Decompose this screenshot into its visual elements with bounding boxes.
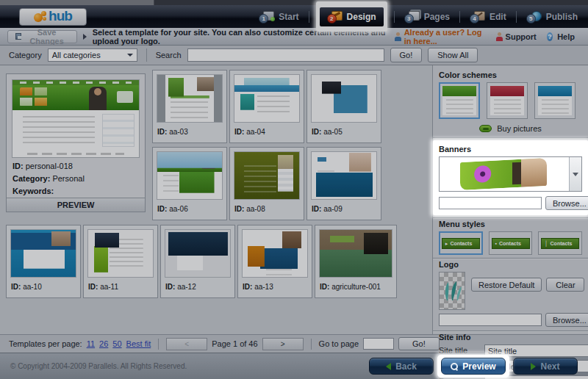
template-card[interactable]: ID: aa-12 <box>160 225 235 298</box>
next-button[interactable]: Next <box>513 358 578 375</box>
template-card[interactable]: ID: aa-04 <box>229 70 304 143</box>
template-card[interactable]: ID: aa-13 <box>237 225 312 298</box>
design-step-spotlight: 2 Design <box>316 1 387 32</box>
show-all-button[interactable]: Show All <box>428 48 478 62</box>
nav-step-start[interactable]: 1 Start <box>256 10 301 24</box>
template-card[interactable]: ID: agriculture-001 <box>315 225 397 298</box>
logo-browse-button[interactable]: Browse... <box>545 313 588 327</box>
category-label: Category <box>9 51 42 59</box>
template-id-line: ID: aa-05 <box>307 126 381 136</box>
template-card[interactable]: ID: aa-06 <box>152 147 227 220</box>
help-link[interactable]: Help <box>557 32 575 41</box>
menu-style-square[interactable]: ▪Contacts <box>489 231 533 255</box>
template-id-line: ID: aa-12 <box>161 281 234 291</box>
logo-preview <box>439 272 465 310</box>
action-toolbar: Save Changes Select a template for your … <box>0 28 588 46</box>
prev-page-button[interactable]: < <box>166 338 207 350</box>
buy-pictures-link[interactable]: Buy pictures <box>439 124 582 133</box>
preview-button[interactable]: Preview <box>441 358 506 375</box>
browser-tab-remnant <box>0 0 154 5</box>
top-bar: hub 1 Start 2 Design 3 Pages 4 Edit <box>0 5 588 28</box>
template-thumbnail <box>234 151 300 200</box>
logo-title: Logo <box>439 260 582 269</box>
template-thumbnail <box>242 229 308 278</box>
template-card[interactable]: ID: aa-05 <box>306 70 381 143</box>
arrow-icon <box>83 34 87 40</box>
nav-step-publish[interactable]: 5 Publish <box>523 10 581 24</box>
login-link[interactable]: Already a user? Log in here... <box>404 28 484 46</box>
goto-go-button[interactable]: Go! <box>398 337 440 350</box>
logo-file-input[interactable] <box>439 314 542 326</box>
back-button[interactable]: Back <box>369 358 434 375</box>
filter-bar: Category All categories Search Go! Show … <box>0 46 588 65</box>
customization-sidebar: Color schemes Buy pictures Banners Brows… <box>432 65 588 334</box>
search-input[interactable] <box>187 48 384 62</box>
per-page-50-link[interactable]: 50 <box>112 339 121 348</box>
menu-style-list: ▸Contacts ▪Contacts │Contacts <box>439 231 582 255</box>
template-card-selected[interactable]: ID: personal-018 Category: Personal Keyw… <box>6 73 146 212</box>
template-card[interactable]: ID: aa-09 <box>306 147 381 220</box>
template-thumbnail <box>311 74 377 123</box>
nav-step-edit[interactable]: 4 Edit <box>467 10 509 24</box>
search-go-button[interactable]: Go! <box>390 48 423 62</box>
per-page-26-link[interactable]: 26 <box>99 339 108 348</box>
template-id-line: ID: aa-10 <box>7 281 80 291</box>
per-page-11-link[interactable]: 11 <box>87 339 95 348</box>
banner-dropdown-button[interactable] <box>569 157 581 191</box>
chevron-down-icon <box>573 173 578 176</box>
per-page-label: Templates per page: <box>9 339 82 348</box>
copyright-text: © Copyright 2004-2009 Parallels. All Rig… <box>10 362 187 370</box>
banner-browse-button[interactable]: Browse... <box>545 196 588 210</box>
template-id-line: ID: aa-13 <box>238 281 312 291</box>
goto-page-input[interactable] <box>363 338 394 350</box>
edit-icon: 4 <box>470 11 485 23</box>
template-thumbnail <box>234 74 300 123</box>
next-arrow-icon <box>531 363 536 370</box>
banner-select[interactable] <box>439 156 582 192</box>
support-icon <box>495 32 501 41</box>
template-id-line: ID: aa-11 <box>84 281 157 291</box>
color-scheme-blue[interactable] <box>534 82 576 119</box>
template-card[interactable]: ID: aa-03 <box>152 70 227 143</box>
search-label: Search <box>156 51 182 59</box>
square-bullet-icon: ▪ <box>495 241 497 246</box>
template-card[interactable]: ID: aa-08 <box>229 147 304 220</box>
category-select[interactable]: All categories <box>48 48 137 62</box>
site-info-title: Site info <box>439 333 582 342</box>
footer-bar: © Copyright 2004-2009 Parallels. All Rig… <box>0 353 588 379</box>
design-icon: 2 <box>327 11 343 23</box>
template-id-line: ID: personal-018 <box>7 160 145 173</box>
color-scheme-green[interactable] <box>439 82 480 119</box>
clear-button[interactable]: Clear <box>546 278 584 292</box>
nav-step-design[interactable]: 2 Design <box>324 10 379 24</box>
hub-logo-icon <box>34 11 47 22</box>
template-card[interactable]: ID: aa-10 <box>6 225 81 298</box>
help-icon: ? <box>547 32 553 41</box>
template-preview-button[interactable]: PREVIEW <box>7 198 145 212</box>
preview-button-spotlight: Preview <box>437 355 509 378</box>
back-arrow-icon <box>386 363 391 370</box>
nav-step-pages[interactable]: 3 Pages <box>401 10 453 24</box>
next-page-button[interactable]: > <box>262 338 304 350</box>
best-fit-link[interactable]: Best fit <box>126 339 151 348</box>
restore-default-button[interactable]: Restore Default <box>471 278 542 292</box>
menu-style-bar[interactable]: │Contacts <box>538 231 582 255</box>
banners-title: Banners <box>439 145 582 154</box>
color-schemes-title: Color schemes <box>439 71 582 79</box>
user-icon <box>394 32 400 41</box>
banner-file-input[interactable] <box>439 197 542 209</box>
wizard-steps-nav: 1 Start 2 Design 3 Pages 4 Edit 5 Publis… <box>256 5 581 28</box>
save-icon <box>15 33 21 40</box>
site-title-label: Site title <box>439 344 484 355</box>
color-scheme-red[interactable] <box>487 82 528 119</box>
chevron-down-icon <box>127 54 133 57</box>
pages-icon: 3 <box>404 11 420 23</box>
template-thumbnail <box>10 229 76 278</box>
support-link[interactable]: Support <box>506 32 537 41</box>
plant-logo-icon <box>440 278 465 303</box>
template-card[interactable]: ID: aa-11 <box>83 225 158 298</box>
magnifier-icon <box>451 363 458 370</box>
template-thumbnail <box>157 151 223 200</box>
save-changes-button[interactable]: Save Changes <box>7 30 77 43</box>
menu-style-arrow[interactable]: ▸Contacts <box>439 231 483 255</box>
